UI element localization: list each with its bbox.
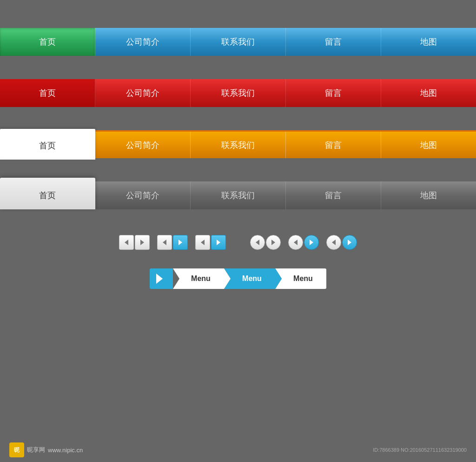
blue-nav-item-contact[interactable]: 联系我们 [191, 28, 286, 56]
bc-item-menu-1[interactable]: Menu [173, 268, 224, 289]
controls-section [0, 235, 476, 250]
right-arrow-icon [178, 240, 182, 245]
prev-btn-6[interactable] [326, 235, 341, 250]
left-arrow-icon [201, 240, 205, 245]
right-arrow-icon [140, 240, 144, 245]
blue-nav-item-map[interactable]: 地图 [381, 28, 476, 56]
right-arrow-icon [348, 240, 351, 245]
bc-item-menu-3[interactable]: Menu [275, 268, 326, 289]
bc-item-1[interactable] [150, 268, 173, 289]
orange-nav-item-message[interactable]: 留言 [286, 132, 381, 158]
red-nav: 首页 公司简介 联系我们 留言 地图 [0, 79, 476, 107]
right-arrow-icon [310, 240, 313, 245]
left-arrow-icon [125, 240, 128, 245]
menu-section: Menu Menu Menu [0, 268, 476, 289]
bc-arrow-icon [156, 274, 163, 284]
watermark-site: 昵享网 [27, 446, 45, 454]
orange-nav-item-home[interactable]: 首页 [0, 129, 95, 160]
red-nav-item-contact[interactable]: 联系我们 [191, 79, 286, 107]
watermark-left: 昵 昵享网 www.nipic.cn [9, 442, 83, 457]
blue-nav: 首页 公司简介 联系我们 留言 地图 [0, 28, 476, 56]
watermark-url: www.nipic.cn [48, 447, 83, 454]
next-btn-3[interactable] [211, 235, 226, 250]
red-nav-item-about[interactable]: 公司简介 [95, 79, 191, 107]
watermark-id: ID:7866389 NO:20160527111632319000 [373, 446, 467, 454]
prev-btn-2[interactable] [157, 235, 172, 250]
arrow-pair-5 [288, 235, 319, 250]
watermark-logo: 昵 [9, 442, 24, 457]
arrow-pair-3 [195, 235, 226, 250]
prev-btn-3[interactable] [195, 235, 210, 250]
next-btn-6[interactable] [342, 235, 357, 250]
red-nav-item-map[interactable]: 地图 [381, 79, 476, 107]
right-arrow-icon [217, 240, 220, 245]
watermark: 昵 昵享网 www.nipic.cn ID:7866389 NO:2016052… [0, 442, 476, 457]
blue-nav-item-message[interactable]: 留言 [286, 28, 381, 56]
gray-nav-item-message[interactable]: 留言 [286, 181, 381, 209]
next-btn-2[interactable] [173, 235, 188, 250]
arrow-pair-6 [326, 235, 357, 250]
red-nav-item-message[interactable]: 留言 [286, 79, 381, 107]
arrow-pair-1 [119, 235, 150, 250]
left-arrow-icon [163, 240, 166, 245]
blue-nav-item-about[interactable]: 公司简介 [95, 28, 191, 56]
left-arrow-icon [332, 240, 336, 245]
prev-btn-5[interactable] [288, 235, 303, 250]
gray-nav-item-about[interactable]: 公司简介 [95, 181, 191, 209]
next-btn-4[interactable] [266, 235, 281, 250]
bc-item-menu-2[interactable]: Menu [224, 268, 275, 289]
blue-nav-item-home[interactable]: 首页 [0, 28, 95, 56]
arrow-pair-2 [157, 235, 188, 250]
gray-nav-item-map[interactable]: 地图 [381, 181, 476, 209]
gray-nav: 首页 公司简介 联系我们 留言 地图 [0, 181, 476, 209]
prev-btn-4[interactable] [250, 235, 265, 250]
next-btn-1[interactable] [135, 235, 150, 250]
right-arrow-icon [271, 240, 275, 245]
gray-nav-item-contact[interactable]: 联系我们 [191, 181, 286, 209]
prev-btn-1[interactable] [119, 235, 134, 250]
red-nav-item-home[interactable]: 首页 [0, 79, 95, 107]
arrow-pair-4 [250, 235, 281, 250]
gray-nav-item-home[interactable]: 首页 [0, 178, 95, 209]
orange-nav-item-contact[interactable]: 联系我们 [191, 132, 286, 158]
orange-nav-item-map[interactable]: 地图 [381, 132, 476, 158]
next-btn-5[interactable] [304, 235, 319, 250]
left-arrow-icon [256, 240, 259, 245]
breadcrumb-nav: Menu Menu Menu [150, 268, 326, 289]
orange-nav: 首页 公司简介 联系我们 留言 地图 [0, 130, 476, 158]
orange-nav-item-about[interactable]: 公司简介 [95, 132, 191, 158]
left-arrow-icon [294, 240, 298, 245]
